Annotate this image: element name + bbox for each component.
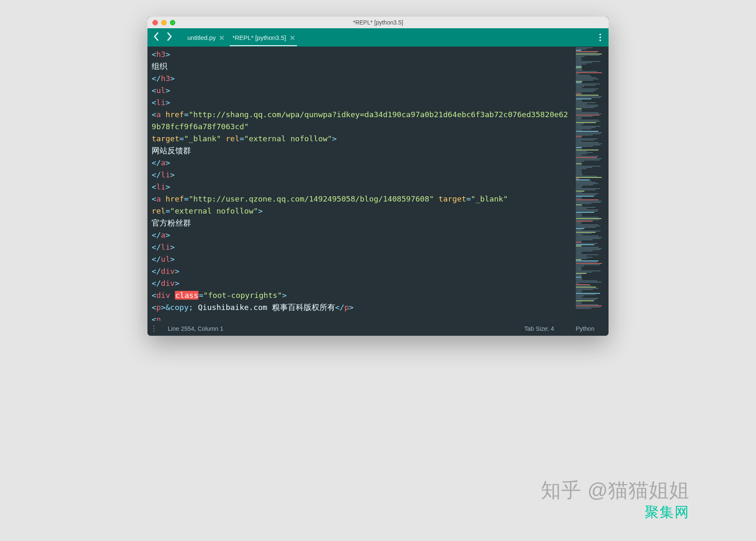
code-line: </a> [152,157,571,169]
code-line: <li> [152,96,571,108]
nav-forward-button[interactable] [167,32,172,42]
code-line: <n [152,313,571,321]
close-tab-icon[interactable] [290,34,295,41]
code-line: <div class="foot-copyrights"> [152,289,571,301]
code-line: 官方粉丝群 [152,217,571,229]
close-tab-icon[interactable] [220,34,224,41]
code-line: <a href="http://user.qzone.qq.com/149249… [152,193,571,205]
tab-1[interactable]: *REPL* [python3.5] [230,30,297,45]
code-line: </ul> [152,253,571,265]
minimize-window-button[interactable] [161,20,167,25]
code-line: </li> [152,169,571,181]
minimap[interactable] [574,47,609,321]
maximize-window-button[interactable] [170,20,175,25]
code-line: <p>&copy; Qiushibaike.com 糗事百科版权所有</p> [152,301,571,313]
close-window-button[interactable] [152,20,158,25]
window-controls [147,20,175,25]
nav-back-button[interactable] [153,32,159,42]
cursor-position[interactable]: Line 2554, Column 1 [168,325,223,332]
tab-label: *REPL* [python3.5] [232,34,286,41]
code-line: </div> [152,277,571,289]
code-line: </div> [152,265,571,277]
tab-list: untitled.py*REPL* [python3.5] [185,30,297,45]
code-line: 组织 [152,60,571,72]
code-editor[interactable]: <h3>组织</h3><ul><li><a href="http://shang… [147,47,574,321]
nav-arrows [153,32,172,42]
code-line: 网站反馈群 [152,145,571,157]
watermark-zhihu: 知乎 @猫猫姐姐 [541,477,690,504]
code-line: <li> [152,181,571,193]
tab-0[interactable]: untitled.py [185,30,226,45]
editor-window: *REPL* [python3.5] untitled.py*REPL* [py… [147,17,609,336]
more-menu-button[interactable] [598,31,603,44]
tab-bar: untitled.py*REPL* [python3.5] [147,28,609,47]
code-line: <h3> [152,48,571,60]
code-line: <a href="http://shang.qq.com/wpa/qunwpa?… [152,108,571,133]
status-bar: Line 2554, Column 1 Tab Size: 4 Python [147,321,609,336]
status-menu-button[interactable] [153,325,155,332]
tab-size-indicator[interactable]: Tab Size: 4 [524,325,554,332]
code-line: target="_blank" rel="external nofollow"> [152,133,571,145]
code-line: </h3> [152,72,571,84]
titlebar[interactable]: *REPL* [python3.5] [147,17,609,28]
code-line: </li> [152,241,571,253]
window-title: *REPL* [python3.5] [353,19,403,26]
language-indicator[interactable]: Python [576,325,594,332]
watermark-site: 聚集网 [645,503,690,522]
code-line: <ul> [152,84,571,96]
code-line: rel="external nofollow"> [152,205,571,217]
tab-label: untitled.py [187,34,216,41]
editor-area: <h3>组织</h3><ul><li><a href="http://shang… [147,47,609,321]
code-line: </a> [152,229,571,241]
